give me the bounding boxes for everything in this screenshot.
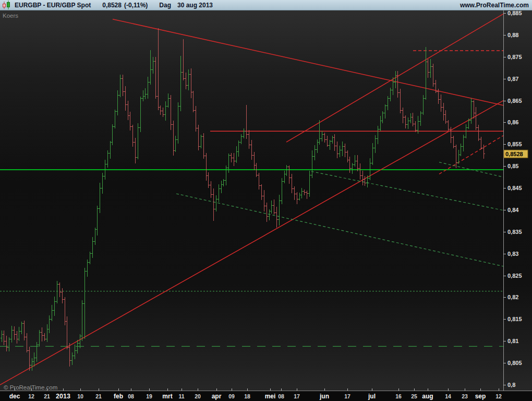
instrument-title: EURGBP - EUR/GBP Spot (15, 2, 91, 9)
svg-text:21: 21 (44, 393, 50, 399)
svg-text:21: 21 (95, 393, 102, 399)
last-price: 0,8528 (102, 2, 122, 9)
svg-text:0,88: 0,88 (507, 32, 518, 38)
svg-text:0,885: 0,885 (507, 10, 522, 16)
svg-text:10: 10 (77, 393, 83, 399)
svg-text:17: 17 (294, 393, 300, 399)
svg-text:0,805: 0,805 (507, 360, 522, 366)
svg-text:jun: jun (319, 393, 329, 400)
panel-label: Koers (3, 13, 18, 19)
plot-background (0, 10, 532, 391)
svg-text:0,845: 0,845 (507, 185, 522, 191)
svg-text:aug: aug (422, 393, 433, 400)
svg-text:0,855: 0,855 (507, 141, 522, 147)
watermark: © ProRealTime.com (4, 384, 57, 391)
svg-text:0,825: 0,825 (507, 273, 522, 279)
last-price-tag: 0,8528 (504, 150, 528, 158)
svg-text:09: 09 (228, 393, 235, 399)
session-date: 30 aug 2013 (177, 2, 213, 9)
svg-text:0,84: 0,84 (507, 207, 519, 213)
svg-text:0,8: 0,8 (507, 382, 515, 388)
svg-text:0,8528: 0,8528 (505, 151, 523, 157)
svg-text:mrt: mrt (162, 393, 172, 400)
price-change: (-0,11%) (124, 2, 148, 9)
svg-text:0,85: 0,85 (507, 163, 518, 169)
svg-text:19: 19 (146, 393, 152, 399)
svg-text:25: 25 (411, 393, 417, 399)
svg-text:23: 23 (462, 393, 468, 399)
svg-text:feb: feb (114, 393, 123, 400)
chart-panel: Koers © ProRealTime.com 0,80,8050,810,81… (0, 10, 532, 401)
svg-text:0,81: 0,81 (507, 338, 518, 344)
chart-canvas[interactable]: Koers © ProRealTime.com 0,80,8050,810,81… (0, 10, 532, 401)
svg-text:sep: sep (475, 393, 486, 400)
svg-text:16: 16 (395, 393, 402, 399)
svg-text:0,87: 0,87 (507, 76, 518, 82)
svg-text:0,835: 0,835 (507, 229, 522, 235)
svg-text:20: 20 (195, 393, 201, 399)
svg-text:11: 11 (178, 393, 184, 399)
svg-text:0,815: 0,815 (507, 316, 522, 322)
svg-text:17: 17 (344, 393, 350, 399)
svg-text:2013: 2013 (56, 393, 70, 400)
svg-text:jul: jul (368, 393, 376, 400)
timeframe-label: Dag (159, 2, 171, 9)
website-link[interactable]: www.ProRealTime.com (460, 2, 529, 9)
svg-text:0,83: 0,83 (507, 251, 518, 257)
svg-text:dec: dec (9, 393, 20, 400)
svg-text:18: 18 (244, 393, 250, 399)
svg-text:apr: apr (212, 393, 222, 400)
svg-text:08: 08 (278, 393, 284, 399)
svg-text:0,86: 0,86 (507, 119, 518, 125)
svg-text:14: 14 (445, 393, 451, 399)
svg-text:0,82: 0,82 (507, 294, 518, 300)
svg-text:12: 12 (495, 393, 502, 399)
svg-text:mei: mei (265, 393, 276, 400)
svg-text:12: 12 (28, 393, 34, 399)
title-bar: EURGBP - EUR/GBP Spot 0,8528 (-0,11%) Da… (0, 0, 532, 10)
svg-text:0,865: 0,865 (507, 98, 522, 104)
candlestick-icon (3, 1, 10, 9)
svg-text:0,875: 0,875 (507, 54, 522, 60)
svg-text:08: 08 (128, 393, 134, 399)
